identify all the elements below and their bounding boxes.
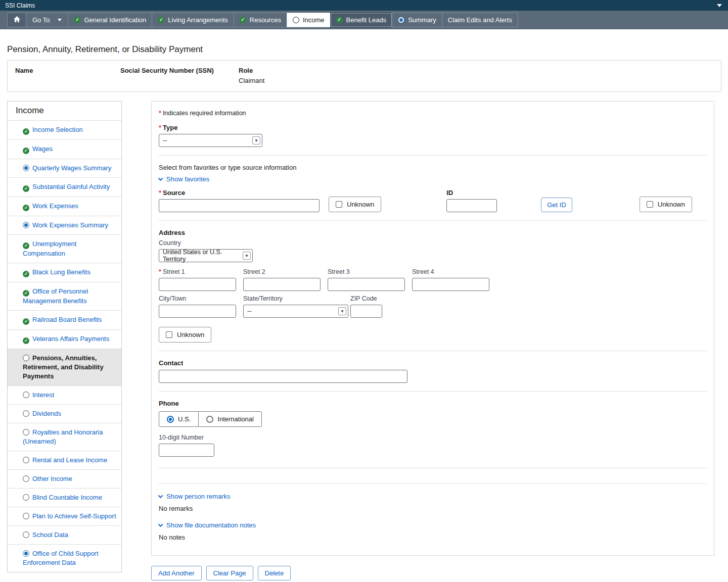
not-started-icon bbox=[23, 475, 29, 482]
sidebar-item-school-data[interactable]: School Data bbox=[8, 525, 121, 544]
tab-claim-edits-and-alerts[interactable]: Claim Edits and Alerts bbox=[442, 13, 518, 27]
sidebar-item-plan-to-achieve-self-support[interactable]: Plan to Achieve Self-Support bbox=[8, 507, 121, 525]
street2-input[interactable] bbox=[243, 278, 321, 291]
contact-input[interactable] bbox=[159, 370, 407, 383]
ssn-label: Social Security Number (SSN) bbox=[120, 67, 239, 74]
sidebar-item-label: Quarterly Wages Summary bbox=[32, 164, 111, 172]
phone-number-input[interactable] bbox=[159, 444, 214, 457]
tab-income[interactable]: Income bbox=[287, 13, 331, 27]
main-nav: Go To General Identification Living Arra… bbox=[0, 11, 728, 29]
sidebar-item-label: Dividends bbox=[32, 410, 61, 417]
complete-icon bbox=[23, 148, 29, 154]
sidebar-item-rental-and-lease-income[interactable]: Rental and Lease Income bbox=[8, 451, 121, 469]
sidebar-item-other-income[interactable]: Other Income bbox=[8, 469, 121, 488]
source-input[interactable] bbox=[159, 199, 320, 212]
sidebar-item-pensions-annuities-retirement-disability[interactable]: Pensions, Annuities, Retirement, and Dis… bbox=[8, 349, 121, 385]
sidebar-item-label: Wages bbox=[32, 145, 53, 153]
get-id-button[interactable]: Get ID bbox=[541, 198, 572, 212]
sidebar-item-black-lung-benefits[interactable]: Black Lung Benefits bbox=[8, 263, 121, 282]
complete-icon bbox=[23, 128, 29, 135]
sidebar-item-blind-countable-income[interactable]: Blind Countable Income bbox=[8, 488, 121, 507]
sidebar-item-dividends[interactable]: Dividends bbox=[8, 404, 121, 423]
id-unknown-checkbox[interactable]: Unknown bbox=[640, 197, 692, 212]
clear-page-button[interactable]: Clear Page bbox=[206, 566, 253, 580]
add-another-button[interactable]: Add Another bbox=[151, 566, 202, 580]
id-input[interactable] bbox=[446, 199, 497, 212]
tab-label: Living Arrangements bbox=[168, 16, 228, 24]
street4-label: Street 4 bbox=[412, 268, 489, 275]
sidebar-item-ocse-data[interactable]: Office of Child Support Enforcement Data bbox=[8, 544, 121, 572]
zip-label: ZIP Code bbox=[350, 295, 382, 302]
phone-us-radio[interactable]: U.S. bbox=[159, 412, 198, 426]
state-select-value: -- bbox=[247, 308, 251, 315]
complete-icon bbox=[23, 337, 29, 344]
zip-input[interactable] bbox=[350, 305, 382, 318]
tab-general-identification[interactable]: General Identification bbox=[68, 13, 152, 27]
state-select[interactable]: -- ▼ bbox=[243, 305, 348, 318]
tab-benefit-leads[interactable]: Benefit Leads bbox=[330, 13, 393, 27]
tab-label: Summary bbox=[408, 16, 436, 24]
divider bbox=[159, 155, 707, 156]
content-area: Income Income Selection Wages Quarterly … bbox=[7, 101, 714, 580]
goto-dropdown[interactable]: Go To bbox=[26, 13, 68, 27]
home-icon bbox=[13, 16, 21, 24]
sidebar-item-railroad-board-benefits[interactable]: Railroad Board Benefits bbox=[8, 310, 121, 329]
street3-input[interactable] bbox=[328, 278, 405, 291]
delete-button[interactable]: Delete bbox=[258, 566, 291, 580]
contact-section-title: Contact bbox=[159, 359, 707, 367]
street4-input[interactable] bbox=[412, 278, 489, 291]
tab-label: Resources bbox=[250, 16, 281, 24]
not-started-icon bbox=[23, 457, 29, 463]
type-label: *Type bbox=[159, 124, 707, 131]
show-file-documentation-notes-link[interactable]: Show file documentation notes bbox=[159, 521, 256, 529]
home-button[interactable] bbox=[7, 13, 26, 27]
collapse-banner-icon[interactable] bbox=[717, 4, 722, 7]
required-note: *Indicates required information bbox=[159, 110, 707, 117]
sidebar-item-wages[interactable]: Wages bbox=[8, 139, 121, 159]
not-started-icon bbox=[23, 494, 29, 501]
sidebar-item-quarterly-wages-summary[interactable]: Quarterly Wages Summary bbox=[8, 159, 121, 177]
state-label: State/Territory bbox=[243, 295, 348, 302]
sidebar-item-label: Pensions, Annuities, Retirement, and Dis… bbox=[23, 354, 104, 380]
sidebar-item-substantial-gainful-activity[interactable]: Substantial Gainful Activity bbox=[8, 177, 121, 197]
goto-label: Go To bbox=[32, 16, 50, 24]
address-section-title: Address bbox=[159, 229, 707, 236]
sidebar-item-label: Plan to Achieve Self-Support bbox=[32, 512, 116, 520]
divider bbox=[159, 220, 707, 221]
not-started-icon bbox=[23, 429, 29, 435]
type-select[interactable]: -- ▼ bbox=[159, 134, 262, 147]
complete-icon bbox=[158, 17, 164, 23]
tab-summary[interactable]: Summary bbox=[392, 13, 442, 27]
street3-label: Street 3 bbox=[328, 268, 405, 275]
sidebar-item-label: Work Expenses Summary bbox=[32, 221, 108, 229]
divider bbox=[159, 391, 707, 392]
chevron-down-icon bbox=[58, 19, 62, 21]
tab-resources[interactable]: Resources bbox=[234, 13, 287, 27]
tab-label: Income bbox=[303, 16, 325, 24]
sidebar-item-veterans-affairs-payments[interactable]: Veterans Affairs Payments bbox=[8, 329, 121, 349]
address-unknown-checkbox[interactable]: Unknown bbox=[159, 327, 211, 343]
phone-section-title: Phone bbox=[159, 400, 707, 407]
country-select[interactable]: United States or U.S. Territory ▼ bbox=[159, 249, 253, 262]
show-person-remarks-link[interactable]: Show person remarks bbox=[159, 493, 230, 500]
sidebar-item-label: Veterans Affairs Payments bbox=[32, 335, 109, 343]
tab-living-arrangements[interactable]: Living Arrangements bbox=[152, 13, 234, 27]
sidebar-item-work-expenses-summary[interactable]: Work Expenses Summary bbox=[8, 216, 121, 234]
show-favorites-link[interactable]: Show favorites bbox=[159, 175, 209, 183]
city-input[interactable] bbox=[159, 305, 236, 318]
sidebar-item-label: Work Expenses bbox=[32, 202, 78, 210]
sidebar-item-work-expenses[interactable]: Work Expenses bbox=[8, 197, 121, 216]
not-started-icon bbox=[23, 392, 29, 398]
street1-input[interactable] bbox=[159, 278, 236, 291]
phone-international-radio[interactable]: International bbox=[198, 412, 261, 426]
country-label: Country bbox=[159, 239, 707, 247]
tab-label: Claim Edits and Alerts bbox=[448, 16, 512, 24]
sidebar-item-opm-benefits[interactable]: Office of Personnel Management Benefits bbox=[8, 282, 121, 310]
sidebar-item-interest[interactable]: Interest bbox=[8, 385, 121, 404]
sidebar-item-unemployment-compensation[interactable]: Unemployment Compensation bbox=[8, 234, 121, 263]
sidebar-item-royalties-and-honoraria[interactable]: Royalties and Honoraria (Unearned) bbox=[8, 423, 121, 451]
source-unknown-checkbox[interactable]: Unknown bbox=[329, 197, 381, 212]
complete-icon bbox=[23, 271, 29, 277]
role-label: Role bbox=[239, 67, 713, 74]
sidebar-item-income-selection[interactable]: Income Selection bbox=[8, 120, 121, 139]
